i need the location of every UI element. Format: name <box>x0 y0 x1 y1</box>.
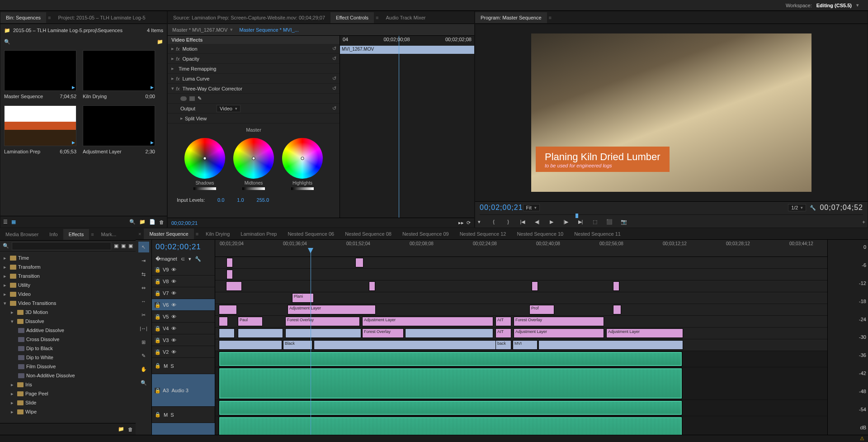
go-out-icon[interactable]: ▶| <box>576 218 585 226</box>
effect-leaf[interactable]: Cross Dissolve <box>0 335 136 344</box>
fx-badge-icon[interactable]: ▣ <box>128 243 133 249</box>
sequence-tab[interactable]: Nested Sequence 06 <box>282 228 340 239</box>
rolling-tool-icon[interactable]: ⇔ <box>138 282 149 293</box>
linked-icon[interactable]: ⊂ <box>181 256 185 262</box>
lift-icon[interactable]: ⬚ <box>591 218 599 226</box>
video-track-header[interactable]: 🔒V3👁 <box>152 334 215 346</box>
ec-loop-icon[interactable]: ⟳ <box>467 220 471 226</box>
go-in-icon[interactable]: |◀ <box>519 218 527 226</box>
effect-row[interactable]: ▾fxThree-Way Color Corrector↺ <box>168 84 340 94</box>
highlights-wheel[interactable]: Highlights <box>282 138 323 190</box>
sequence-tab[interactable]: Nested Sequence 10 <box>511 228 569 239</box>
slip-tool-icon[interactable]: |↔| <box>138 323 149 334</box>
effect-row[interactable]: ▸fxOpacity↺ <box>168 54 340 64</box>
new-bin-icon[interactable]: 📁 <box>157 39 163 45</box>
ec-sequence[interactable]: Master Sequence * MVI_... <box>239 27 298 33</box>
fit-dropdown[interactable]: Fit <box>523 204 540 211</box>
snap-icon[interactable]: �magnet <box>156 256 177 262</box>
video-track-header[interactable]: 🔒V6👁 <box>152 299 215 311</box>
video-track-header[interactable]: 🔒V2👁 <box>152 346 215 358</box>
video-track-header[interactable]: 🔒V4👁 <box>152 323 215 334</box>
timeline-timecode[interactable]: 00;02;00;21 <box>152 240 215 254</box>
ec-timeline[interactable]: 0400;02;00;0800;02;02;08 MVI_1267.MOV <box>340 36 474 218</box>
settings-icon[interactable]: 🔧 <box>195 256 201 262</box>
split-view-row[interactable]: ▸Split View <box>168 114 340 124</box>
sequence-tab[interactable]: Nested Sequence 12 <box>454 228 512 239</box>
effect-leaf[interactable]: Dip to Black <box>0 344 136 353</box>
midtones-wheel[interactable]: Midtones <box>233 138 274 190</box>
media-browser-tab[interactable]: Media Browser <box>0 229 44 240</box>
effect-row[interactable]: ▸fxMotion↺ <box>168 44 340 54</box>
program-scrubber[interactable] <box>576 214 578 218</box>
effect-leaf[interactable]: Additive Dissolve <box>0 326 136 335</box>
bin-item[interactable]: ▶ Master Sequence7;04;52 <box>4 50 76 99</box>
trash-icon[interactable]: 🗑 <box>128 427 133 432</box>
project-tab[interactable]: Project: 2015-05 – TLH Laminate Log-5 <box>52 12 151 23</box>
effect-leaf[interactable]: Film Dissolve <box>0 362 136 371</box>
workspace-dropdown-icon[interactable]: ▾ <box>856 2 859 8</box>
audio-track-header[interactable]: 🔒MS <box>152 407 215 423</box>
shadows-wheel[interactable]: Shadows <box>184 138 225 190</box>
track-select-tool-icon[interactable]: ⇥ <box>138 255 149 266</box>
markers-tab[interactable]: Mark... <box>96 229 122 240</box>
mask-pen-icon[interactable]: ✎ <box>198 95 202 101</box>
timeline-tracks[interactable]: 00;01;20;0400;01;36;0400;01;52;0400;02;0… <box>215 240 827 435</box>
effect-leaf[interactable]: Non-Additive Dissolve <box>0 371 136 380</box>
ec-clip-bar[interactable]: MVI_1267.MOV <box>340 46 474 54</box>
list-view-icon[interactable]: ☰ <box>3 219 8 225</box>
hand-tool-icon[interactable]: ✋ <box>138 364 149 375</box>
step-fwd-icon[interactable]: |▶ <box>562 218 570 226</box>
scale-dropdown[interactable]: 1/2 <box>788 204 806 211</box>
video-track-header[interactable]: 🔒V9👁 <box>152 264 215 276</box>
fx-badge-icon[interactable]: ▣ <box>121 243 126 249</box>
razor-tool-icon[interactable]: ✂ <box>138 309 149 320</box>
slide-tool-icon[interactable]: ⊞ <box>138 337 149 347</box>
zoom-tool-icon[interactable]: 🔍 <box>138 377 149 388</box>
audio-mixer-tab[interactable]: Audio Track Mixer <box>380 12 431 23</box>
sequence-tab[interactable]: Nested Sequence 11 <box>569 228 626 239</box>
pen-tool-icon[interactable]: ✎ <box>138 350 149 361</box>
fx-badge-icon[interactable]: ▣ <box>114 243 118 249</box>
bin-tab[interactable]: Bin: Sequences <box>0 12 46 23</box>
bin-item[interactable]: ▶ Adjustment Layer2;30 <box>83 105 155 154</box>
effects-tab[interactable]: Effects <box>63 229 89 240</box>
mask-ellipse-icon[interactable] <box>180 96 187 101</box>
new-item-icon[interactable]: 📄 <box>149 219 156 225</box>
selection-tool-icon[interactable]: ↖ <box>138 242 149 252</box>
info-tab[interactable]: Info <box>44 229 63 240</box>
sequence-tab[interactable]: Nested Sequence 09 <box>397 228 454 239</box>
sequence-tab[interactable]: Lamination Prep <box>235 228 282 239</box>
ec-prev-icon[interactable]: ▸▸ <box>458 220 464 226</box>
program-tab[interactable]: Program: Master Sequence <box>475 12 547 23</box>
zoom-in-icon[interactable]: 🔍 <box>129 219 136 225</box>
mark-in-icon[interactable]: ▾ <box>475 218 483 226</box>
sequence-tab[interactable]: Master Sequence <box>144 228 193 239</box>
program-timecode[interactable]: 00;02;00;21 <box>480 204 523 212</box>
effect-controls-tab[interactable]: Effect Controls <box>330 12 374 23</box>
mask-rect-icon[interactable] <box>189 96 195 101</box>
video-track-header[interactable]: 🔒V8👁 <box>152 276 215 287</box>
search-icon[interactable]: 🔍 <box>4 39 10 45</box>
marker-icon[interactable]: ▾ <box>189 256 191 262</box>
effects-search-input[interactable] <box>12 242 111 250</box>
ec-playhead[interactable] <box>399 36 399 218</box>
ec-timecode[interactable]: 00;02;00;21 <box>171 220 198 226</box>
video-track-header[interactable]: 🔒V5👁 <box>152 311 215 323</box>
rate-tool-icon[interactable]: ↔ <box>138 296 149 307</box>
settings-icon[interactable]: 🔧 <box>810 205 816 211</box>
warning-icon[interactable]: ⚠ <box>860 436 864 442</box>
audio-track-header[interactable]: 🔒MS <box>152 358 215 374</box>
new-folder-icon[interactable]: 📁 <box>139 219 146 225</box>
add-button-icon[interactable]: ＋ <box>859 218 868 226</box>
extract-icon[interactable]: ⬛ <box>605 218 613 226</box>
effect-leaf[interactable]: Dip to White <box>0 353 136 362</box>
bin-item[interactable]: ▶ Lamination Prep6;05;53 <box>4 105 76 154</box>
new-bin-icon[interactable]: 📁 <box>118 426 124 432</box>
workspace-value[interactable]: Editing (CS5.5) <box>816 3 852 8</box>
effect-row[interactable]: ▸fxLuma Curve↺ <box>168 74 340 84</box>
mark-out-icon[interactable]: { <box>490 218 498 226</box>
audio-track-header[interactable]: 🔒A3Audio 3 <box>152 374 215 407</box>
trash-icon[interactable]: 🗑 <box>159 219 164 225</box>
ripple-tool-icon[interactable]: ⇆ <box>138 269 149 280</box>
sequence-tab[interactable]: Kiln Drying <box>200 228 235 239</box>
